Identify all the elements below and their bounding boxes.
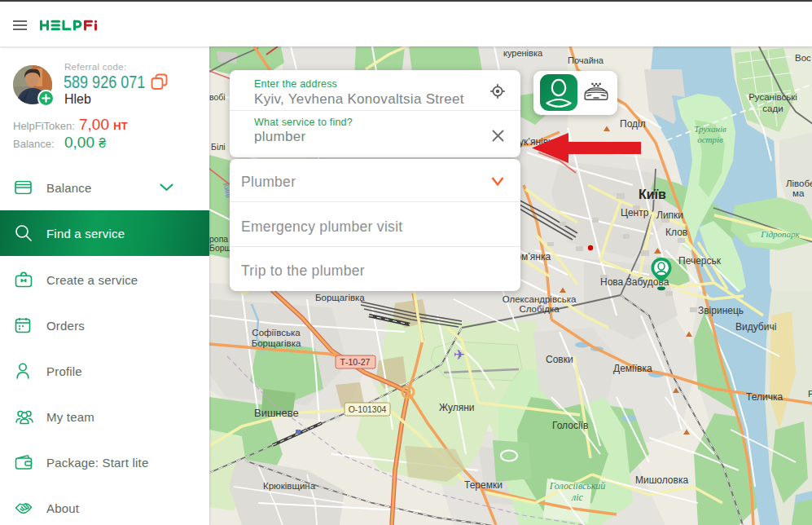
svg-text:острів: острів bbox=[697, 135, 723, 144]
svg-text:Білі: Білі bbox=[211, 142, 226, 152]
svg-text:Мишоловка: Мишоловка bbox=[635, 474, 688, 486]
svg-text:Звіринець: Звіринець bbox=[698, 305, 744, 316]
svg-text:Вос: Вос bbox=[795, 53, 811, 63]
svg-text:Київ: Київ bbox=[639, 188, 666, 201]
svg-text:Голосіївський: Голосіївський bbox=[549, 480, 606, 492]
svg-text:Борщагівка: Борщагівка bbox=[315, 293, 365, 302]
svg-text:Русанівські: Русанівські bbox=[748, 92, 797, 102]
svg-text:Крюківщина: Крюківщина bbox=[263, 481, 316, 491]
svg-text:ліс: ліс bbox=[571, 492, 584, 503]
svg-text:Голосіїв: Голосіїв bbox=[552, 420, 588, 431]
svg-text:куренівка: куренівка bbox=[503, 48, 543, 58]
svg-text:ма: ма bbox=[792, 188, 805, 198]
svg-text:Слобідка: Слобідка bbox=[519, 304, 560, 314]
svg-text:Клов: Клов bbox=[665, 227, 687, 238]
svg-text:Липки: Липки bbox=[656, 210, 683, 221]
svg-text:Софіївська: Софіївська bbox=[252, 328, 301, 338]
svg-text:Лівобе: Лівобе bbox=[786, 179, 812, 188]
svg-text:Т-10-27: Т-10-27 bbox=[340, 357, 371, 367]
svg-text:Олександрівська: Олександрівська bbox=[503, 294, 577, 304]
svg-text:Борщ: Борщ bbox=[209, 243, 232, 253]
svg-text:Печерськ: Печерськ bbox=[678, 255, 722, 267]
svg-text:✈: ✈ bbox=[454, 347, 465, 363]
svg-text:Видубичі: Видубичі bbox=[735, 321, 776, 333]
svg-text:сади: сади bbox=[762, 104, 783, 113]
svg-text:Жуляни: Жуляни bbox=[439, 402, 475, 413]
svg-text:Теличка: Теличка bbox=[746, 391, 783, 403]
svg-text:Р: Р bbox=[808, 389, 812, 399]
svg-text:Вишневе: Вишневе bbox=[254, 407, 299, 419]
svg-text:Почайна: Почайна bbox=[568, 55, 604, 65]
svg-text:Поділ: Поділ bbox=[620, 118, 646, 130]
svg-text:Совки: Совки bbox=[546, 354, 573, 365]
svg-text:Центр: Центр bbox=[621, 207, 649, 218]
svg-text:Теремки: Теремки bbox=[464, 479, 503, 491]
svg-text:О-101304: О-101304 bbox=[349, 404, 387, 414]
svg-text:Гідропарк: Гідропарк bbox=[760, 229, 800, 239]
svg-text:вобі: вобі bbox=[209, 92, 226, 102]
svg-text:Деміївка: Деміївка bbox=[613, 363, 652, 374]
svg-text:Борщагівка: Борщагівка bbox=[252, 338, 301, 348]
svg-text:Труханів: Труханів bbox=[694, 124, 726, 134]
